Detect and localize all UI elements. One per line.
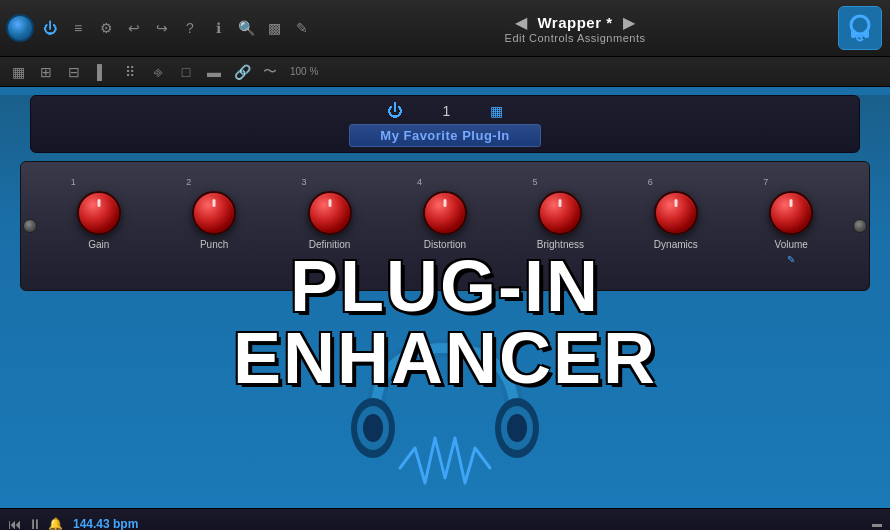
search-icon[interactable]: 🔍 <box>234 16 258 40</box>
knob-group-7: 7 Volume ✎ <box>761 177 821 265</box>
toolbar-right <box>830 6 890 50</box>
plugin-header-top: ⏻ 1 ▦ <box>387 102 504 120</box>
knob-group-6: 6 Dynamics <box>646 177 706 250</box>
wave-icon[interactable]: 〜 <box>258 60 282 84</box>
knob-number-6: 6 <box>648 177 653 187</box>
plugin-preset-number: 1 <box>443 103 451 119</box>
knob-label-5: Brightness <box>537 239 584 250</box>
knob-number-7: 7 <box>763 177 768 187</box>
chart-icon[interactable]: ▩ <box>262 16 286 40</box>
knob-number-4: 4 <box>417 177 422 187</box>
plugin-right-side <box>851 162 869 290</box>
bpm-display: 144.43 bpm <box>73 517 138 531</box>
zoom-percent: 100 % <box>290 66 318 77</box>
transport-bar: ⏮ ⏸ 🔔 144.43 bpm ▬ <box>0 508 890 530</box>
knob-label-3: Definition <box>309 239 351 250</box>
dots-icon[interactable]: ⠿ <box>118 60 142 84</box>
grid3-icon[interactable]: ⊞ <box>34 60 58 84</box>
knobs-row: 1 Gain 2 Punch 3 Definition 4 Distortion <box>31 177 859 265</box>
knob-1[interactable] <box>77 191 121 235</box>
plugin-header: ⏻ 1 ▦ My Favorite Plug-In <box>30 95 860 153</box>
bar-transport-icon: ▬ <box>872 518 882 529</box>
knob-6[interactable] <box>654 191 698 235</box>
undo-icon[interactable]: ↩ <box>122 16 146 40</box>
link-icon[interactable]: 🔗 <box>230 60 254 84</box>
svg-point-8 <box>507 414 527 442</box>
knob-label-4: Distortion <box>424 239 466 250</box>
knob-group-4: 4 Distortion <box>415 177 475 250</box>
knob-number-3: 3 <box>302 177 307 187</box>
knob-label-2: Punch <box>200 239 228 250</box>
edit-icon[interactable]: ✎ <box>290 16 314 40</box>
plugin-area: ⏻ 1 ▦ My Favorite Plug-In 1 Gain 2 Punch <box>0 95 890 530</box>
knob-number-1: 1 <box>71 177 76 187</box>
headphone-graphic <box>345 308 545 508</box>
pause-button[interactable]: ⏸ <box>28 516 42 531</box>
knob-group-5: 5 Brightness <box>530 177 590 250</box>
plugin-name-display[interactable]: My Favorite Plug-In <box>349 124 540 147</box>
svg-rect-2 <box>864 30 869 38</box>
wrapper-subtitle: Edit Controls Assignments <box>505 32 646 44</box>
knob-group-1: 1 Gain <box>69 177 129 250</box>
plugin-power-icon[interactable]: ⏻ <box>387 102 403 120</box>
knob-7-edit-icon: ✎ <box>787 254 795 265</box>
power-button[interactable]: ⏻ <box>38 16 62 40</box>
key-icon[interactable]: ⎆ <box>146 60 170 84</box>
svg-point-5 <box>363 414 383 442</box>
nav-right-arrow[interactable]: ▶ <box>623 13 635 32</box>
top-toolbar: ⏻ ≡ ⚙ ↩ ↪ ? ℹ 🔍 ▩ ✎ ◀ Wrapper * ▶ Edit C… <box>0 0 890 57</box>
nav-left-arrow[interactable]: ◀ <box>515 13 527 32</box>
wrapper-nav: ◀ Wrapper * ▶ <box>515 13 634 32</box>
second-toolbar: ▦ ⊞ ⊟ ▌ ⠿ ⎆ □ ▬ 🔗 〜 100 % <box>0 57 890 87</box>
knob-label-7: Volume <box>775 239 808 250</box>
info-icon[interactable]: ℹ <box>206 16 230 40</box>
menu-icon[interactable]: ≡ <box>66 16 90 40</box>
plugin-left-side <box>21 162 39 290</box>
knob-2[interactable] <box>192 191 236 235</box>
help-icon[interactable]: ? <box>178 16 202 40</box>
knob-3[interactable] <box>308 191 352 235</box>
side-knob-left <box>23 219 37 233</box>
rewind-button[interactable]: ⏮ <box>8 516 22 531</box>
knob-label-6: Dynamics <box>654 239 698 250</box>
bar-icon[interactable]: ▌ <box>90 60 114 84</box>
plugin-calendar-icon[interactable]: ▦ <box>490 103 503 119</box>
rect-icon[interactable]: ▬ <box>202 60 226 84</box>
plugin-unit: 1 Gain 2 Punch 3 Definition 4 Distortion <box>20 161 870 291</box>
knob-number-5: 5 <box>532 177 537 187</box>
master-knob[interactable] <box>6 14 34 42</box>
knob-group-3: 3 Definition <box>300 177 360 250</box>
wrapper-title: Wrapper * <box>537 14 612 31</box>
redo-icon[interactable]: ↪ <box>150 16 174 40</box>
app-logo <box>838 6 882 50</box>
side-knob-right <box>853 219 867 233</box>
knob-5[interactable] <box>538 191 582 235</box>
knob-7[interactable] <box>769 191 813 235</box>
gear-icon[interactable]: ⚙ <box>94 16 118 40</box>
bell-icon: 🔔 <box>48 517 63 531</box>
knob-label-1: Gain <box>88 239 109 250</box>
grid4-icon[interactable]: ⊟ <box>62 60 86 84</box>
knob-group-2: 2 Punch <box>184 177 244 250</box>
screenshot-icon[interactable]: ▦ <box>6 60 30 84</box>
square-icon[interactable]: □ <box>174 60 198 84</box>
toolbar-left: ⏻ ≡ ⚙ ↩ ↪ ? ℹ 🔍 ▩ ✎ <box>0 14 320 42</box>
knob-4[interactable] <box>423 191 467 235</box>
toolbar-center: ◀ Wrapper * ▶ Edit Controls Assignments <box>320 13 830 44</box>
knob-number-2: 2 <box>186 177 191 187</box>
